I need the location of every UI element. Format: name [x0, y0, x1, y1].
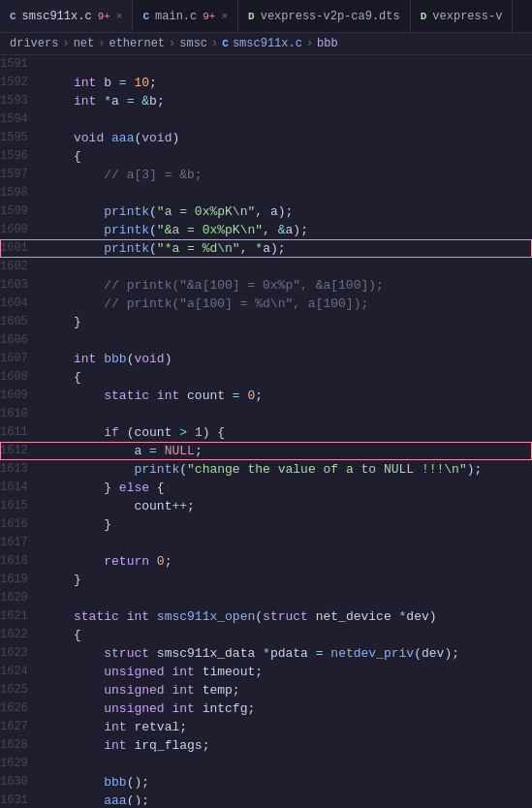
line-number: 1596 [0, 147, 44, 166]
line-content: { [44, 368, 532, 387]
line-number: 1628 [0, 736, 44, 755]
breadcrumb-func: bbb [317, 37, 338, 50]
tab-label: main.c [155, 10, 197, 23]
tab-label: vexpress-v2p-ca9.dts [261, 10, 400, 23]
line-content: unsigned int timeout; [44, 663, 532, 681]
line-number: 1610 [0, 405, 44, 423]
code-line: 1620 [0, 589, 532, 607]
line-number: 1609 [0, 387, 44, 405]
line-content: static int smsc911x_open(struct net_devi… [44, 607, 532, 626]
code-line: 1613 printk("change the value of a to NU… [0, 460, 532, 479]
line-content: printk("change the value of a to NULL !!… [44, 460, 532, 479]
code-line: 1596 { [0, 147, 532, 166]
line-number: 1608 [0, 368, 44, 387]
tab-main[interactable]: C main.c 9+ × [133, 0, 238, 33]
code-line: 1595 void aaa(void) [0, 129, 532, 147]
line-number: 1615 [0, 497, 44, 515]
line-content: if (count > 1) { [44, 423, 532, 442]
line-number: 1592 [0, 74, 44, 92]
code-line: 1623 struct smsc911x_data *pdata = netde… [0, 644, 532, 663]
code-line-highlighted: 1601 printk("*a = %d\n", *a); [0, 239, 532, 258]
line-number: 1630 [0, 773, 44, 792]
tab-smsc911x[interactable]: C smsc911x.c 9+ × [0, 0, 133, 33]
code-line: 1630 bbb(); [0, 773, 532, 792]
tab-close-icon[interactable]: × [116, 11, 123, 22]
code-line: 1597 // a[3] = &b; [0, 166, 532, 184]
line-content: { [44, 147, 532, 166]
code-line: 1611 if (count > 1) { [0, 423, 532, 442]
line-number: 1616 [0, 515, 44, 534]
line-number: 1606 [0, 331, 44, 350]
line-content [44, 589, 532, 607]
line-content [44, 258, 532, 276]
tab-vexpress-v[interactable]: D vexpress-v [411, 0, 514, 33]
line-content: // printk("a[100] = %d\n", a[100]); [44, 295, 532, 313]
code-line: 1602 [0, 258, 532, 276]
code-line: 1599 printk("a = 0x%pK\n", a); [0, 202, 532, 221]
code-line: 1627 int retval; [0, 718, 532, 736]
c-file-icon: C [142, 11, 149, 22]
code-line: 1616 } [0, 515, 532, 534]
code-line: 1622 { [0, 626, 532, 644]
line-content: printk("*a = %d\n", *a); [44, 239, 532, 258]
code-line: 1608 { [0, 368, 532, 387]
line-content: struct smsc911x_data *pdata = netdev_pri… [44, 644, 532, 663]
line-number: 1595 [0, 129, 44, 147]
code-line: 1624 unsigned int timeout; [0, 663, 532, 681]
line-content: a = NULL; [44, 442, 532, 460]
line-content [44, 405, 532, 423]
line-content: bbb(); [44, 773, 532, 792]
tab-badge: 9+ [203, 11, 215, 22]
line-number: 1602 [0, 258, 44, 276]
line-number: 1631 [0, 792, 44, 805]
code-line: 1604 // printk("a[100] = %d\n", a[100]); [0, 295, 532, 313]
code-line: 1603 // printk("&a[100] = 0x%p", &a[100]… [0, 276, 532, 295]
line-content: int retval; [44, 718, 532, 736]
line-content: printk("a = 0x%pK\n", a); [44, 202, 532, 221]
line-content [44, 110, 532, 129]
code-line: 1629 [0, 755, 532, 773]
code-line: 1609 static int count = 0; [0, 387, 532, 405]
line-content: return 0; [44, 552, 532, 571]
code-line: 1619 } [0, 571, 532, 589]
breadcrumb-net: net [74, 37, 95, 50]
code-line: 1610 [0, 405, 532, 423]
line-number: 1604 [0, 295, 44, 313]
line-number: 1623 [0, 644, 44, 663]
breadcrumb-drivers: drivers [10, 37, 58, 50]
line-content [44, 331, 532, 350]
code-line: 1598 [0, 184, 532, 202]
code-line: 1600 printk("&a = 0x%pK\n", &a); [0, 221, 532, 239]
tab-close-icon[interactable]: × [221, 11, 228, 22]
code-line: 1591 [0, 55, 532, 74]
code-line: 1592 int b = 10; [0, 74, 532, 92]
breadcrumb-sep: › [211, 37, 218, 50]
breadcrumb-file: smsc911x.c [233, 37, 302, 50]
line-content: { [44, 626, 532, 644]
code-area[interactable]: 1591 1592 int b = 10; 1593 int *a = &b; … [0, 55, 532, 805]
line-number: 1603 [0, 276, 44, 295]
breadcrumb-c-icon: C [222, 38, 229, 49]
line-number: 1591 [0, 55, 44, 74]
code-line: 1631 aaa(); [0, 792, 532, 805]
line-content: static int count = 0; [44, 387, 532, 405]
code-line: 1593 int *a = &b; [0, 92, 532, 110]
line-number: 1600 [0, 221, 44, 239]
line-number: 1622 [0, 626, 44, 644]
line-number: 1599 [0, 202, 44, 221]
line-content: // a[3] = &b; [44, 166, 532, 184]
line-content: int irq_flags; [44, 736, 532, 755]
line-number: 1613 [0, 460, 44, 479]
code-line: 1615 count++; [0, 497, 532, 515]
line-content: int *a = &b; [44, 92, 532, 110]
line-content: unsigned int intcfg; [44, 699, 532, 718]
line-number: 1607 [0, 350, 44, 368]
tab-vexpress-ca9[interactable]: D vexpress-v2p-ca9.dts [238, 0, 411, 33]
line-number: 1621 [0, 607, 44, 626]
line-number: 1625 [0, 681, 44, 699]
tab-label: smsc911x.c [22, 10, 92, 23]
line-content: void aaa(void) [44, 129, 532, 147]
code-line: 1607 int bbb(void) [0, 350, 532, 368]
line-number: 1624 [0, 663, 44, 681]
breadcrumb-sep: › [306, 37, 313, 50]
